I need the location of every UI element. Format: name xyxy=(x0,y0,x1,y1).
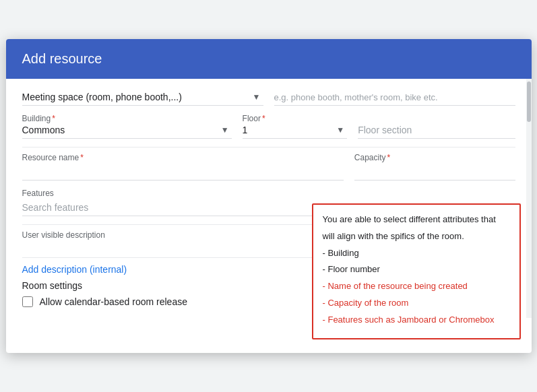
type-select-wrapper: Meeting space (room, phone booth,...) ▼ xyxy=(22,92,263,106)
type-field: Meeting space (room, phone booth,...) ▼ xyxy=(22,92,263,106)
floor-select-wrapper: 1 ▼ xyxy=(243,125,348,139)
dialog-title: Add resource xyxy=(22,51,515,67)
resource-name-label: Resource name* xyxy=(22,153,344,162)
tooltip-item2: - Floor number xyxy=(323,263,510,277)
type-row: Meeting space (room, phone booth,...) ▼ xyxy=(22,90,515,106)
resource-name-field: Resource name* xyxy=(22,153,344,181)
floor-field: Floor* 1 ▼ xyxy=(243,114,348,139)
type-hint-input[interactable] xyxy=(274,90,515,106)
building-label: Building* xyxy=(22,114,232,123)
tooltip-item1: - Building xyxy=(323,247,510,261)
floor-section-field xyxy=(358,122,515,139)
allow-calendar-release-checkbox[interactable] xyxy=(22,296,33,307)
building-select-wrapper: Commons ▼ xyxy=(22,125,232,139)
tooltip-item3: - Name of the resource being created xyxy=(323,280,510,294)
scrollbar[interactable] xyxy=(526,79,532,318)
capacity-input[interactable] xyxy=(354,164,515,181)
type-hint-field xyxy=(274,90,515,106)
scrollbar-thumb xyxy=(527,81,531,122)
dialog-body: Meeting space (room, phone booth,...) ▼ … xyxy=(6,79,532,318)
capacity-field: Capacity* xyxy=(354,153,515,181)
tooltip-item5: - Features such as Jamboard or Chromebox xyxy=(323,313,510,327)
divider-1 xyxy=(22,147,515,148)
resource-capacity-row: Resource name* Capacity* xyxy=(22,153,515,181)
allow-calendar-release-label: Allow calendar-based room release xyxy=(40,296,187,307)
features-label: Features xyxy=(22,189,515,198)
building-field: Building* Commons ▼ xyxy=(22,114,232,139)
tooltip-line1: You are able to select different attribu… xyxy=(323,213,510,227)
dialog-header: Add resource xyxy=(6,39,532,79)
capacity-label: Capacity* xyxy=(354,153,515,162)
add-resource-dialog: Add resource Meeting space (room, phone … xyxy=(6,39,532,353)
resource-name-input[interactable] xyxy=(22,164,344,181)
building-floor-row: Building* Commons ▼ Floor* 1 ▼ xyxy=(22,114,515,139)
building-select[interactable]: Commons xyxy=(22,125,232,135)
tooltip-box: You are able to select different attribu… xyxy=(312,203,521,339)
resource-type-select[interactable]: Meeting space (room, phone booth,...) xyxy=(22,92,263,102)
tooltip-line2: will align with the spifics of the room. xyxy=(323,230,510,244)
tooltip-item4: - Capacity of the room xyxy=(323,296,510,311)
floor-select[interactable]: 1 xyxy=(243,125,348,135)
add-description-link[interactable]: Add description (internal) xyxy=(22,264,127,275)
floor-label: Floor* xyxy=(243,114,348,123)
floor-section-input[interactable] xyxy=(358,122,515,139)
